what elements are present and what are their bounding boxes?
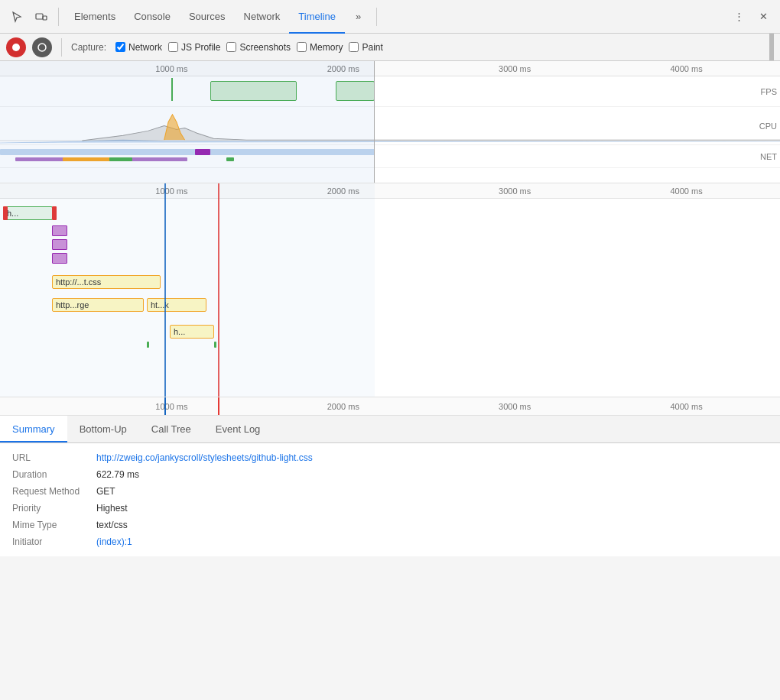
bottom-ruler-3000: 3000 ms bbox=[499, 402, 531, 411]
priority-value: Highest bbox=[96, 503, 128, 514]
capture-js-profile[interactable]: JS Profile bbox=[168, 42, 220, 53]
timeline-network[interactable]: 1000 ms 2000 ms 3000 ms 4000 ms h... htt… bbox=[0, 183, 780, 397]
cursor-icon-btn[interactable] bbox=[6, 6, 28, 28]
capture-divider bbox=[61, 38, 62, 57]
capture-label: Capture: bbox=[71, 42, 106, 53]
responsive-icon-btn[interactable] bbox=[31, 6, 52, 28]
duration-label: Duration bbox=[12, 469, 96, 480]
net-label: NET bbox=[760, 152, 777, 161]
bottom-cursor-blue bbox=[164, 397, 166, 415]
tab-call-tree[interactable]: Call Tree bbox=[139, 416, 203, 442]
tab-more[interactable]: » bbox=[346, 0, 370, 34]
priority-label: Priority bbox=[12, 503, 96, 514]
tab-bottom-up[interactable]: Bottom-Up bbox=[67, 416, 139, 442]
mime-label: Mime Type bbox=[12, 520, 96, 530]
bottom-ruler: 1000 ms 2000 ms 3000 ms 4000 ms bbox=[0, 397, 780, 416]
more-options-btn[interactable]: ⋮ bbox=[728, 6, 749, 28]
net-selection-bg bbox=[0, 183, 375, 397]
devtools-toolbar: Elements Console Sources Network Timelin… bbox=[0, 0, 780, 34]
summary-url-row: URL http://zweig.co/jankyscroll/styleshe… bbox=[0, 449, 780, 466]
record-btn[interactable] bbox=[6, 37, 26, 57]
tab-network[interactable]: Network bbox=[235, 0, 290, 34]
toolbar-divider-2 bbox=[376, 8, 377, 26]
initiator-label: Initiator bbox=[12, 536, 96, 547]
bottom-ruler-1000: 1000 ms bbox=[155, 402, 187, 411]
url-label: URL bbox=[12, 452, 96, 463]
toolbar-tabs: Elements Console Sources Network Timelin… bbox=[65, 0, 370, 34]
svg-rect-0 bbox=[36, 14, 43, 19]
selection-overlay bbox=[0, 61, 375, 183]
capture-network[interactable]: Network bbox=[115, 42, 162, 53]
capture-memory[interactable]: Memory bbox=[297, 42, 343, 53]
close-btn[interactable]: ✕ bbox=[752, 6, 774, 28]
duration-value: 622.79 ms bbox=[96, 469, 139, 480]
fps-label: FPS bbox=[761, 87, 777, 96]
initiator-value[interactable]: (index):1 bbox=[96, 536, 132, 547]
toolbar-divider-1 bbox=[58, 8, 59, 26]
tab-sources[interactable]: Sources bbox=[180, 0, 235, 34]
method-label: Request Method bbox=[12, 486, 96, 497]
net-ruler-4000: 4000 ms bbox=[670, 186, 702, 196]
stop-btn[interactable] bbox=[32, 37, 52, 57]
capture-screenshots[interactable]: Screenshots bbox=[226, 42, 291, 53]
summary-mime-row: Mime Type text/css bbox=[0, 517, 780, 533]
tab-elements[interactable]: Elements bbox=[65, 0, 125, 34]
timeline-overview[interactable]: 1000 ms 2000 ms 3000 ms 4000 ms FPS CPU … bbox=[0, 61, 780, 183]
tab-event-log[interactable]: Event Log bbox=[203, 416, 273, 442]
tab-summary[interactable]: Summary bbox=[0, 416, 67, 442]
cpu-label: CPU bbox=[759, 122, 777, 131]
mime-value: text/css bbox=[96, 520, 128, 530]
bottom-cursor-red bbox=[218, 397, 219, 415]
right-edge bbox=[769, 34, 774, 60]
net-ruler-3000: 3000 ms bbox=[499, 186, 531, 196]
summary-content: URL http://zweig.co/jankyscroll/styleshe… bbox=[0, 443, 780, 556]
summary-tabs: Summary Bottom-Up Call Tree Event Log bbox=[0, 416, 780, 443]
tab-console[interactable]: Console bbox=[125, 0, 180, 34]
svg-rect-1 bbox=[43, 16, 47, 20]
capture-paint[interactable]: Paint bbox=[349, 42, 382, 53]
bottom-ruler-2000: 2000 ms bbox=[327, 402, 359, 411]
svg-point-2 bbox=[12, 44, 20, 51]
capture-bar: Capture: Network JS Profile Screenshots … bbox=[0, 34, 780, 61]
bottom-ruler-4000: 4000 ms bbox=[670, 402, 702, 411]
url-value[interactable]: http://zweig.co/jankyscroll/stylesheets/… bbox=[96, 452, 313, 463]
ruler-3000: 3000 ms bbox=[499, 64, 531, 73]
method-value: GET bbox=[96, 486, 115, 497]
ruler-4000: 4000 ms bbox=[670, 64, 702, 73]
svg-point-3 bbox=[38, 44, 46, 51]
summary-initiator-row: Initiator (index):1 bbox=[0, 533, 780, 550]
summary-duration-row: Duration 622.79 ms bbox=[0, 466, 780, 483]
summary-priority-row: Priority Highest bbox=[0, 500, 780, 517]
tab-timeline[interactable]: Timeline bbox=[289, 0, 345, 34]
summary-method-row: Request Method GET bbox=[0, 483, 780, 500]
